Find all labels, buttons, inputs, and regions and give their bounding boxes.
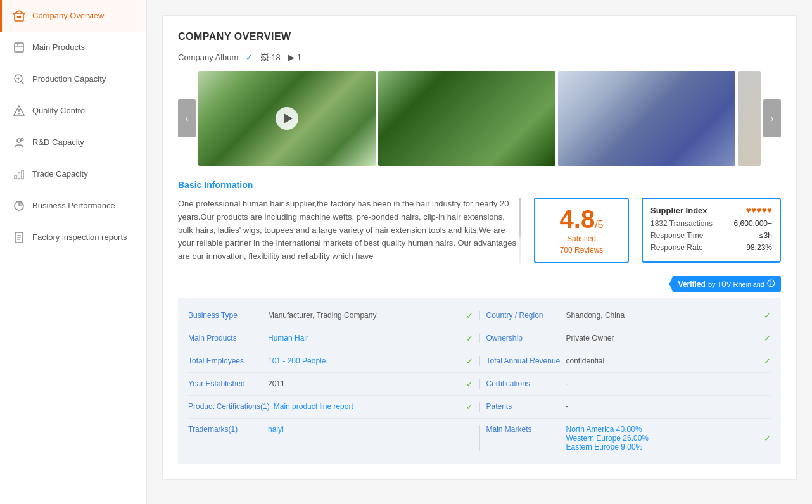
ownership-value: Private Owner (566, 334, 761, 343)
company-description: One professional human hair supplier,the… (178, 198, 521, 263)
patents-label: Patents (486, 402, 562, 411)
employees-label: Total Employees (188, 356, 264, 365)
employees-value: 101 - 200 People (268, 356, 462, 365)
sidebar-item-label: Factory inspection reports (32, 232, 127, 243)
table-row: Total Employees 101 - 200 People ✓ Total… (188, 350, 771, 373)
table-cell-main-products: Main Products Human Hair ✓ (188, 334, 473, 343)
sidebar-item-production-capacity[interactable]: Production Capacity (0, 63, 146, 95)
info-row: One professional human hair supplier,the… (178, 198, 781, 263)
rating-label-satisfied: Satisfied (542, 234, 621, 243)
verified-text: Verified (678, 280, 706, 289)
album-label: Company Album (178, 53, 238, 62)
doc-icon (12, 230, 26, 244)
country-label: Country / Region (486, 311, 562, 320)
table-cell-certifications: Certifications - (486, 379, 771, 389)
business-type-check: ✓ (466, 311, 473, 320)
table-divider (479, 334, 480, 343)
svg-rect-1 (17, 16, 19, 18)
page-title: COMPANY OVERVIEW (178, 31, 781, 42)
table-row: Year Established 2011 ✓ Certifications - (188, 373, 771, 396)
supplier-hearts: ♥♥♥♥♥ (745, 205, 772, 215)
product-cert-link[interactable]: Main product line report (274, 402, 353, 411)
business-type-label: Business Type (188, 311, 264, 320)
trademarks-link[interactable]: haiyi (268, 425, 284, 434)
main-products-value: Human Hair (268, 334, 462, 343)
gallery-image-2[interactable] (378, 71, 555, 166)
svg-point-10 (18, 113, 20, 115)
svg-point-12 (21, 138, 23, 141)
product-cert-check: ✓ (466, 402, 473, 412)
album-video-count[interactable]: ▶ 1 (288, 53, 301, 62)
table-divider (479, 311, 480, 320)
gallery-prev-button[interactable]: ‹ (178, 99, 196, 137)
main-products-link[interactable]: Human Hair (268, 334, 308, 343)
sidebar-item-label: Business Performance (32, 201, 115, 211)
svg-rect-15 (22, 170, 23, 179)
table-divider (479, 379, 480, 389)
gallery-image-4[interactable] (738, 71, 761, 166)
trademarks-value: haiyi (268, 425, 473, 434)
table-row: Product Certifications(1) Main product l… (188, 396, 771, 419)
markets-link-we[interactable]: Western Europe 26.00% (566, 434, 761, 443)
verified-badge-container: Verified by TÜV Rheinland ⓘ (178, 276, 781, 292)
content-card: COMPANY OVERVIEW Company Album ✓ 🖼 18 ▶ … (162, 15, 797, 480)
sidebar-item-main-products[interactable]: Main Products (0, 32, 146, 63)
gallery-next-button[interactable]: › (763, 99, 781, 137)
basic-info-title: Basic Information (178, 180, 781, 190)
product-cert-value: Main product line report (274, 402, 462, 411)
markets-link-ee[interactable]: Eastern Europe 9.00% (566, 443, 761, 451)
building-icon (12, 9, 26, 23)
table-divider (479, 356, 480, 366)
sidebar-item-label: Trade Capacity (32, 169, 88, 180)
table-cell-product-cert: Product Certifications(1) Main product l… (188, 402, 473, 412)
gallery-image-1[interactable] (198, 71, 376, 166)
table-divider (479, 402, 480, 412)
table-cell-country-label: Country / Region Shandong, China ✓ (486, 311, 771, 320)
ownership-label: Ownership (486, 334, 562, 343)
info-icon[interactable]: ⓘ (767, 279, 775, 289)
sidebar-item-quality-control[interactable]: Quality Control (0, 95, 146, 127)
table-cell-trademarks: Trademarks(1) haiyi (188, 425, 473, 451)
album-verified-check: ✓ (246, 53, 253, 62)
sidebar-item-label: Main Products (32, 42, 85, 53)
sidebar: Company Overview Main Products Productio… (0, 0, 147, 504)
certifications-value: - (566, 379, 771, 388)
sidebar-item-label: Company Overview (32, 11, 104, 22)
markets-value: North America 40.00% Western Europe 26.0… (566, 425, 761, 451)
gallery-images (198, 71, 761, 166)
search-capacity-icon (12, 72, 26, 86)
table-cell-revenue: Total Annual Revenue confidential ✓ (486, 356, 771, 366)
table-cell-business-type-label: Business Type Manufacturer, Trading Comp… (188, 311, 473, 320)
revenue-check: ✓ (764, 356, 771, 366)
svg-rect-2 (19, 16, 21, 18)
supplier-index-title: Supplier Index ♥♥♥♥♥ (650, 205, 772, 215)
business-type-value: Manufacturer, Trading Company (268, 311, 462, 320)
table-cell-markets: Main Markets North America 40.00% Wester… (486, 425, 771, 451)
sidebar-item-trade-capacity[interactable]: Trade Capacity (0, 158, 146, 190)
trademarks-label: Trademarks(1) (188, 425, 264, 434)
main-content: COMPANY OVERVIEW Company Album ✓ 🖼 18 ▶ … (147, 0, 812, 504)
employees-link[interactable]: 101 - 200 People (268, 356, 326, 365)
sidebar-item-label: Quality Control (32, 106, 87, 117)
svg-point-11 (17, 139, 21, 142)
markets-link-na[interactable]: North America 40.00% (566, 425, 761, 434)
photo-icon: 🖼 (260, 53, 269, 62)
markets-check: ✓ (764, 434, 771, 443)
sidebar-item-business-performance[interactable]: Business Performance (0, 190, 146, 222)
sidebar-item-rd-capacity[interactable]: R&D Capacity (0, 127, 146, 158)
gallery-image-3[interactable] (558, 71, 735, 166)
revenue-value: confidential (566, 356, 761, 365)
table-cell-patents: Patents - (486, 402, 771, 412)
video-icon: ▶ (288, 53, 295, 62)
table-divider (479, 425, 480, 451)
album-photo-count[interactable]: 🖼 18 (260, 53, 280, 62)
rating-box: 4.8/5 Satisfied 700 Reviews (534, 198, 629, 263)
play-button[interactable] (276, 107, 298, 130)
sidebar-item-company-overview[interactable]: Company Overview (0, 0, 146, 32)
revenue-label: Total Annual Revenue (486, 356, 562, 365)
svg-rect-13 (15, 175, 16, 179)
supplier-box: Supplier Index ♥♥♥♥♥ 1832 Transactions 6… (642, 198, 781, 263)
ownership-check: ✓ (764, 334, 771, 343)
sidebar-item-factory-inspection[interactable]: Factory inspection reports (0, 222, 146, 253)
supplier-row-response-rate: Response Rate 98.23% (650, 243, 772, 252)
